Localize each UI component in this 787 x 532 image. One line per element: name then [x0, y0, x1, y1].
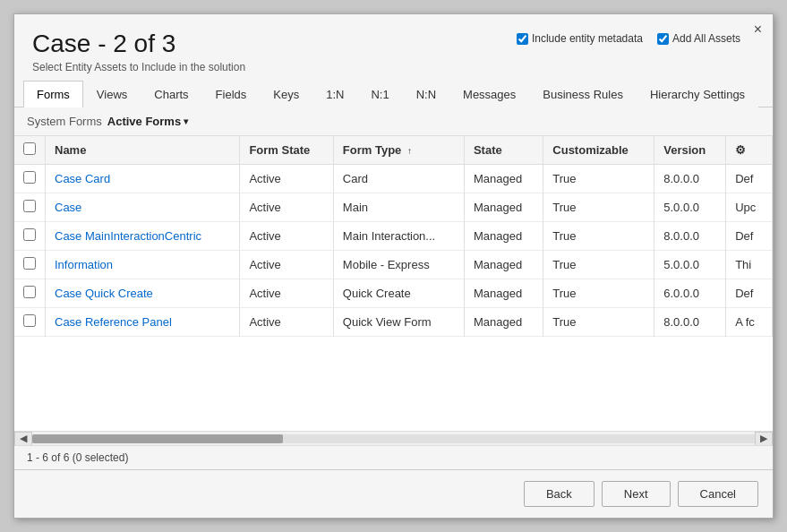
col-form-type[interactable]: Form Type ↑ — [333, 136, 464, 165]
row-customizable: True — [543, 279, 654, 307]
row-customizable: True — [543, 250, 654, 279]
tab-forms[interactable]: Forms — [23, 81, 83, 107]
tab-1-n[interactable]: 1:N — [312, 81, 357, 107]
next-button[interactable]: Next — [602, 481, 671, 507]
row-form-state: Active — [240, 221, 333, 250]
row-form-state: Active — [240, 193, 333, 221]
select-all-checkbox[interactable] — [23, 142, 36, 155]
row-name[interactable]: Case MainInteractionCentric — [46, 221, 240, 250]
row-checkbox[interactable] — [23, 200, 36, 212]
row-check[interactable] — [14, 250, 46, 279]
cancel-button[interactable]: Cancel — [678, 481, 758, 507]
table-row: Information Active Mobile - Express Mana… — [14, 250, 773, 279]
row-name[interactable]: Case Quick Create — [46, 279, 240, 307]
row-extra: Thi — [726, 250, 773, 279]
horizontal-scrollbar[interactable]: ◀ ▶ — [14, 431, 773, 445]
add-all-assets-option[interactable]: Add All Assets — [657, 32, 740, 45]
row-version: 8.0.0.0 — [654, 221, 726, 250]
add-all-assets-checkbox[interactable] — [657, 33, 669, 45]
table-wrapper: Name Form State Form Type ↑ State Custom… — [14, 136, 773, 431]
row-version: 6.0.0.0 — [654, 279, 726, 307]
active-forms-label: Active Forms — [107, 115, 181, 128]
row-name[interactable]: Information — [46, 250, 240, 279]
tab-fields[interactable]: Fields — [202, 81, 261, 107]
row-check[interactable] — [14, 279, 46, 307]
back-button[interactable]: Back — [524, 481, 595, 507]
tabs-bar: FormsViewsChartsFieldsKeys1:NN:1N:NMessa… — [14, 81, 773, 107]
row-form-state: Active — [240, 250, 333, 279]
scroll-right-button[interactable]: ▶ — [755, 432, 773, 446]
tab-business-rules[interactable]: Business Rules — [529, 81, 637, 107]
col-version: Version — [654, 136, 726, 165]
form-link[interactable]: Case Card — [55, 172, 110, 185]
scrollbar-thumb[interactable] — [32, 434, 283, 443]
scrollbar-track — [32, 434, 755, 443]
row-form-state: Active — [240, 307, 333, 336]
row-extra: A fc — [726, 307, 773, 336]
close-button[interactable]: × — [754, 21, 762, 38]
row-form-type: Quick Create — [333, 279, 464, 307]
table-body: Case Card Active Card Managed True 8.0.0… — [14, 164, 773, 336]
row-form-type: Main Interaction... — [333, 221, 464, 250]
form-link[interactable]: Case Quick Create — [55, 287, 153, 300]
form-link[interactable]: Information — [55, 258, 113, 271]
row-state: Managed — [464, 221, 543, 250]
tab-n-1[interactable]: N:1 — [357, 81, 402, 107]
row-state: Managed — [464, 307, 543, 336]
include-entity-metadata-checkbox[interactable] — [517, 33, 528, 45]
row-checkbox[interactable] — [23, 228, 36, 241]
row-checkbox[interactable] — [23, 257, 36, 270]
row-form-type: Quick View Form — [333, 307, 464, 336]
active-forms-dropdown[interactable]: Active Forms ▾ — [107, 115, 188, 128]
row-form-type: Main — [333, 193, 464, 221]
row-check[interactable] — [14, 221, 46, 250]
col-customizable: Customizable — [543, 136, 654, 165]
system-forms-bar: System Forms Active Forms ▾ — [14, 107, 773, 136]
scroll-left-button[interactable]: ◀ — [14, 432, 32, 446]
table-header: Name Form State Form Type ↑ State Custom… — [14, 136, 773, 165]
tab-hierarchy-settings[interactable]: Hierarchy Settings — [637, 81, 758, 107]
table-row: Case Card Active Card Managed True 8.0.0… — [14, 164, 773, 193]
main-dialog: × Case - 2 of 3 Select Entity Assets to … — [13, 13, 774, 519]
row-version: 5.0.0.0 — [654, 193, 726, 221]
form-link[interactable]: Case Reference Panel — [55, 315, 172, 329]
row-form-type: Mobile - Express — [333, 250, 464, 279]
tab-messages[interactable]: Messages — [449, 81, 529, 107]
row-checkbox[interactable] — [23, 314, 36, 327]
row-check[interactable] — [14, 193, 46, 221]
row-name[interactable]: Case Card — [46, 164, 240, 193]
row-form-state: Active — [240, 164, 333, 193]
dialog-options: Include entity metadata Add All Assets — [517, 32, 740, 45]
col-check — [14, 136, 46, 165]
row-customizable: True — [543, 193, 654, 221]
form-link[interactable]: Case MainInteractionCentric — [55, 229, 201, 243]
row-check[interactable] — [14, 307, 46, 336]
row-check[interactable] — [14, 164, 46, 193]
chevron-down-icon: ▾ — [184, 116, 188, 126]
table-row: Case MainInteractionCentric Active Main … — [14, 221, 773, 250]
row-name[interactable]: Case — [46, 193, 240, 221]
tab-keys[interactable]: Keys — [260, 81, 312, 107]
row-checkbox[interactable] — [23, 171, 36, 184]
dialog-header: Case - 2 of 3 Select Entity Assets to In… — [14, 14, 773, 81]
col-gear: ⚙ — [726, 136, 773, 165]
row-customizable: True — [543, 164, 654, 193]
form-link[interactable]: Case — [55, 201, 81, 214]
row-extra: Upc — [726, 193, 773, 221]
dialog-subtitle: Select Entity Assets to Include in the s… — [32, 61, 755, 73]
table-row: Case Quick Create Active Quick Create Ma… — [14, 279, 773, 307]
tab-charts[interactable]: Charts — [141, 81, 201, 107]
row-name[interactable]: Case Reference Panel — [46, 307, 240, 336]
row-state: Managed — [464, 164, 543, 193]
row-state: Managed — [464, 193, 543, 221]
tab-n-n[interactable]: N:N — [403, 81, 449, 107]
row-version: 8.0.0.0 — [654, 164, 726, 193]
col-form-state: Form State — [240, 136, 333, 165]
row-checkbox[interactable] — [23, 286, 36, 298]
content-area: System Forms Active Forms ▾ Name Form St… — [14, 107, 773, 469]
row-state: Managed — [464, 279, 543, 307]
include-entity-metadata-option[interactable]: Include entity metadata — [517, 32, 643, 45]
forms-table: Name Form State Form Type ↑ State Custom… — [14, 136, 773, 337]
row-extra: Def — [726, 164, 773, 193]
tab-views[interactable]: Views — [83, 81, 141, 107]
